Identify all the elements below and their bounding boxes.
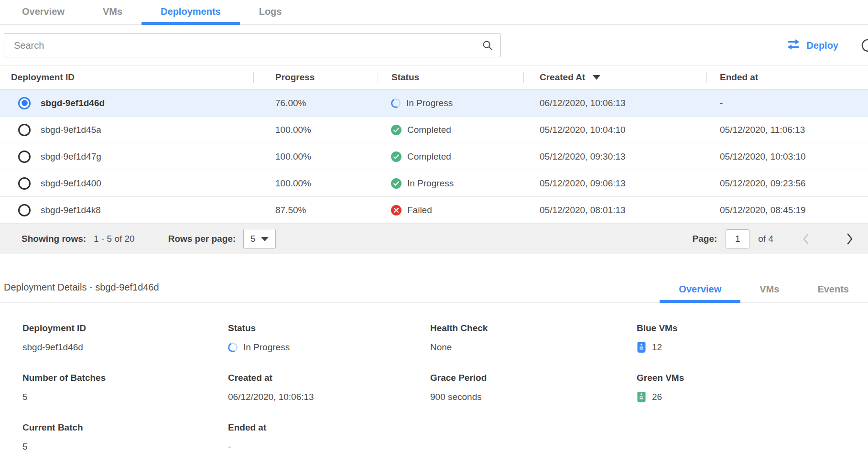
progress-cell: 87.50% bbox=[253, 205, 378, 215]
rows-per-page-label: Rows per page: bbox=[168, 234, 236, 244]
detail-field-label: Grace Period bbox=[430, 373, 637, 383]
details-tab-vms[interactable]: VMs bbox=[740, 284, 798, 302]
swap-arrows-icon bbox=[786, 39, 801, 53]
detail-field-deployment-id: Deployment IDsbgd-9ef1d46d bbox=[22, 323, 228, 354]
row-select-radio[interactable] bbox=[18, 151, 31, 163]
detail-field-label: Created at bbox=[228, 373, 430, 383]
ended-at-cell: 05/12/2020, 11:06:13 bbox=[706, 125, 868, 135]
next-page-chevron-icon[interactable] bbox=[846, 232, 854, 246]
table-pagination-bar: Showing rows: 1 - 5 of 20 Rows per page:… bbox=[0, 224, 868, 254]
table-row[interactable]: sbgd-9ef1d4k887.50%Failed05/12/2020, 08:… bbox=[0, 197, 868, 224]
toolbar-actions: Deploy bbox=[786, 38, 868, 53]
detail-field-label: Green VMs bbox=[637, 373, 868, 383]
search-icon bbox=[482, 40, 493, 51]
detail-field-label: Blue VMs bbox=[637, 323, 868, 334]
details-tab-overview[interactable]: Overview bbox=[660, 284, 740, 302]
deployment-details-panel: Deployment Details - sbgd-9ef1d46d Overv… bbox=[0, 282, 868, 453]
detail-field-value: - bbox=[228, 441, 430, 453]
progress-cell: 100.00% bbox=[253, 151, 378, 162]
tab-deployments[interactable]: Deployments bbox=[141, 6, 240, 24]
row-select-radio[interactable] bbox=[18, 97, 31, 109]
created-at-cell: 06/12/2020, 10:06:13 bbox=[523, 98, 706, 108]
blue-vm-icon bbox=[637, 342, 646, 353]
table-row[interactable]: sbgd-9ef1d45a100.00%Completed05/12/2020,… bbox=[0, 117, 868, 143]
details-tab-events[interactable]: Events bbox=[798, 284, 868, 302]
detail-field-grace-period: Grace Period900 seconds bbox=[430, 373, 637, 403]
sort-descending-icon bbox=[593, 75, 600, 80]
completed-check-icon bbox=[391, 151, 401, 162]
showing-rows-label: Showing rows: bbox=[22, 234, 86, 244]
green-vm-icon bbox=[637, 391, 646, 403]
table-header-row: Deployment IDProgressStatusCreated AtEnd… bbox=[0, 65, 868, 90]
rows-per-page-select[interactable]: 5 bbox=[243, 229, 276, 249]
page-total: of 4 bbox=[758, 234, 773, 244]
progress-cell: 100.00% bbox=[253, 125, 378, 135]
column-header-deployment-id[interactable]: Deployment ID bbox=[0, 65, 253, 89]
toolbar: Deploy bbox=[0, 33, 868, 57]
status-cell: In Progress bbox=[378, 178, 523, 189]
table-body: sbgd-9ef1d46d76.00%In Progress06/12/2020… bbox=[0, 90, 868, 224]
column-header-label: Created At bbox=[540, 72, 585, 83]
detail-field-value-text: 5 bbox=[22, 442, 28, 452]
created-at-cell: 05/12/2020, 10:04:10 bbox=[523, 125, 706, 135]
detail-field-value: None bbox=[430, 341, 637, 354]
created-at-cell: 05/12/2020, 09:30:13 bbox=[523, 151, 706, 162]
detail-field-value-text: 12 bbox=[652, 342, 662, 353]
tab-logs[interactable]: Logs bbox=[240, 6, 301, 24]
row-select-radio[interactable] bbox=[18, 177, 31, 190]
ended-at-cell: 05/12/2020, 08:45:19 bbox=[706, 205, 868, 215]
column-header-label: Status bbox=[391, 72, 419, 83]
detail-field-label: Health Check bbox=[430, 323, 637, 334]
deploy-button-label: Deploy bbox=[806, 40, 838, 51]
pagination-right: Page: of 4 bbox=[693, 229, 854, 248]
ended-at-cell: 05/12/2020, 09:23:56 bbox=[706, 178, 868, 189]
detail-field-value: 26 bbox=[637, 391, 868, 403]
deployments-table: Deployment IDProgressStatusCreated AtEnd… bbox=[0, 65, 868, 254]
deployment-id-cell: sbgd-9ef1d4k8 bbox=[0, 204, 253, 216]
row-select-radio[interactable] bbox=[18, 124, 31, 136]
details-title: Deployment Details - sbgd-9ef1d46d bbox=[4, 282, 159, 302]
detail-field-value-text: In Progress bbox=[243, 342, 290, 353]
details-tab-bar: OverviewVMsEvents bbox=[660, 284, 868, 302]
detail-field-health-check: Health CheckNone bbox=[430, 323, 637, 354]
deployment-id-text: sbgd-9ef1d46d bbox=[41, 98, 105, 108]
ended-at-cell: 05/12/2020, 10:03:10 bbox=[706, 151, 868, 162]
previous-page-chevron-icon[interactable] bbox=[802, 232, 810, 246]
status-text: In Progress bbox=[407, 178, 454, 189]
column-header-progress[interactable]: Progress bbox=[253, 65, 378, 89]
detail-field-value: 5 bbox=[22, 441, 228, 453]
column-header-created-at[interactable]: Created At bbox=[523, 65, 706, 89]
page-label: Page: bbox=[693, 234, 717, 244]
detail-field-created-at: Created at06/12/2020, 10:06:13 bbox=[228, 373, 430, 403]
table-row[interactable]: sbgd-9ef1d400100.00%In Progress05/12/202… bbox=[0, 170, 868, 197]
tab-overview[interactable]: Overview bbox=[3, 6, 84, 24]
table-row[interactable]: sbgd-9ef1d47g100.00%Completed05/12/2020,… bbox=[0, 143, 868, 170]
progress-cell: 76.00% bbox=[253, 98, 378, 108]
tab-vms[interactable]: VMs bbox=[84, 6, 141, 24]
table-row[interactable]: sbgd-9ef1d46d76.00%In Progress06/12/2020… bbox=[0, 90, 868, 117]
status-text: Failed bbox=[407, 205, 432, 215]
top-tab-bar: OverviewVMsDeploymentsLogs bbox=[0, 0, 868, 25]
search-input[interactable] bbox=[4, 33, 501, 57]
row-select-radio[interactable] bbox=[18, 204, 31, 216]
column-header-label: Progress bbox=[275, 72, 315, 83]
page-number-input[interactable] bbox=[726, 229, 749, 248]
status-cell: Completed bbox=[378, 151, 523, 162]
failed-x-icon bbox=[391, 205, 401, 215]
column-header-ended-at[interactable]: Ended at bbox=[706, 65, 868, 89]
deployment-id-text: sbgd-9ef1d47g bbox=[41, 151, 101, 162]
detail-field-label: Status bbox=[228, 323, 430, 334]
column-header-status[interactable]: Status bbox=[378, 65, 523, 89]
status-text: Completed bbox=[407, 151, 451, 162]
detail-field-green-vms: Green VMs26 bbox=[637, 373, 868, 403]
status-cell: Completed bbox=[378, 125, 523, 135]
deploy-button[interactable]: Deploy bbox=[786, 39, 838, 53]
in-progress-spinner-icon bbox=[227, 341, 239, 354]
refresh-icon[interactable] bbox=[860, 38, 868, 53]
detail-field-value-text: - bbox=[228, 442, 231, 452]
showing-rows-value: 1 - 5 of 20 bbox=[94, 234, 135, 244]
created-at-cell: 05/12/2020, 09:06:13 bbox=[523, 178, 706, 189]
status-cell: Failed bbox=[378, 205, 523, 215]
search-container bbox=[4, 33, 501, 57]
caret-down-icon bbox=[261, 237, 269, 241]
